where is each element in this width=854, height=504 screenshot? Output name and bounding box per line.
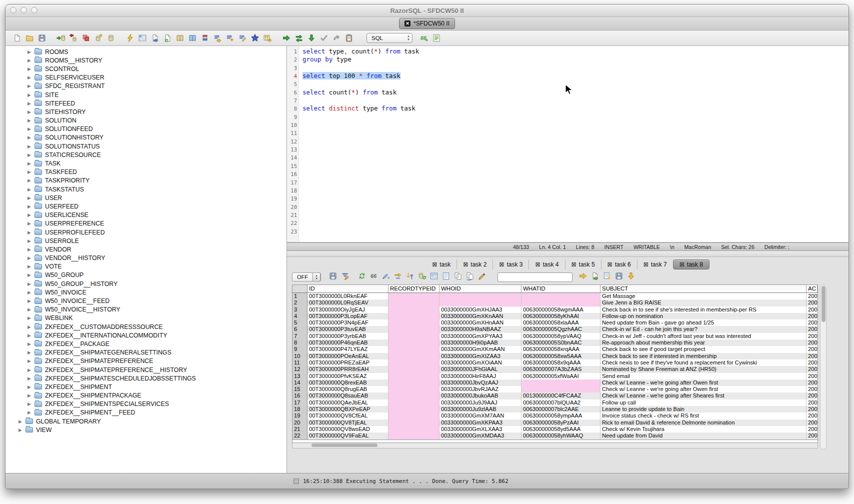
cell-whatid[interactable] — [522, 380, 600, 386]
cell-id[interactable]: 00T3000000QV9FaEAL — [308, 432, 388, 439]
cell-subject[interactable]: Need update from Bain - gave go ahead 1/… — [600, 320, 806, 326]
cell-ac[interactable]: 2006 — [806, 353, 818, 360]
disclosure-triangle-icon[interactable]: ▶ — [26, 118, 32, 123]
cell-whoid[interactable]: 0033000000Ju9zlAAB — [440, 406, 522, 412]
disclosure-triangle-icon[interactable]: ▶ — [26, 110, 32, 114]
cell-whatid[interactable]: 00630000005S0bnAAC — [522, 340, 600, 346]
table-row[interactable]: 900T3000000P47LYEAZ0033000000GmXKmAAN006… — [292, 346, 818, 352]
cell-subject[interactable]: Check back in to see if she's interested… — [600, 306, 806, 313]
editor-horizontal-scrollbar[interactable] — [287, 251, 848, 257]
result-tab-close-icon[interactable]: ⊠ — [499, 262, 504, 268]
cell-ac[interactable]: 2006 — [806, 366, 818, 372]
cell-ac[interactable]: 2006 — [806, 420, 818, 426]
reload-table-icon[interactable] — [418, 274, 426, 282]
cell-recordtypeid[interactable] — [388, 306, 440, 313]
tree-item-w50-invoice[interactable]: ▶W50_INVOICE — [6, 288, 286, 296]
single-record-view-icon[interactable] — [442, 274, 450, 282]
zoom-button[interactable] — [31, 7, 38, 14]
cell-recordtypeid[interactable] — [388, 420, 440, 426]
tree-item-zkfedex-shipmatescheduledjobssettings[interactable]: ▶ZKFEDEX__SHIPMATESCHEDULEDJOBSSETTINGS — [6, 374, 286, 382]
cell-recordtypeid[interactable] — [388, 333, 440, 340]
cell-ac[interactable]: 2006 — [806, 386, 818, 392]
results-vertical-scrollbar[interactable] — [820, 284, 826, 450]
save-icon[interactable] — [38, 34, 46, 42]
table-row[interactable]: 700T3000000P3yrbEAB0033000000GmXPYAA3006… — [292, 333, 818, 340]
cell-recordtypeid[interactable] — [388, 412, 440, 419]
disclosure-triangle-icon[interactable]: ▶ — [17, 428, 24, 432]
cell-whoid[interactable]: 0033000000JbvQzAAJ — [440, 380, 522, 386]
cell-whatid[interactable]: 006300000058x9qAAA — [522, 360, 600, 366]
result-tab-task[interactable]: ⊠task — [426, 260, 456, 270]
cell-id[interactable]: 00T3000000POeAnEAL — [308, 353, 388, 360]
column-header-subject[interactable]: SUBJECT — [600, 285, 806, 292]
cell-recordtypeid[interactable] — [388, 380, 440, 386]
result-tab-close-icon[interactable]: ⊠ — [608, 262, 612, 268]
cell-whoid[interactable]: 0033000000GmXKmAAN — [440, 346, 522, 352]
tree-item-rooms[interactable]: ▶ROOMS — [6, 48, 286, 56]
generate-sql-icon[interactable] — [213, 34, 222, 42]
close-button[interactable] — [10, 7, 16, 14]
edit-sql-icon[interactable] — [238, 34, 247, 42]
cell-ac[interactable]: 2006 — [806, 300, 818, 306]
tree-item-sitefeed[interactable]: ▶SITEFEED — [6, 99, 286, 108]
table-row[interactable]: 300T3000000OiyJgEAJ0033000000GmXHJAA3006… — [292, 306, 818, 313]
cell-whoid[interactable]: 0033000000JbvRJAAZ — [440, 386, 522, 392]
table-row[interactable]: 2100T3000000QV8wsEAD0033000000GmXLXAA300… — [292, 426, 818, 432]
disclosure-triangle-icon[interactable]: ▶ — [26, 212, 32, 218]
cell-whatid[interactable]: 006300000058wgmAAA — [522, 306, 600, 313]
code-line[interactable] — [302, 80, 848, 88]
disclosure-triangle-icon[interactable]: ▶ — [26, 144, 32, 149]
favorites-icon[interactable] — [250, 34, 260, 42]
cell-recordtypeid[interactable] — [388, 366, 440, 372]
cell-whoid[interactable]: 0033000000GmXLXAA3 — [440, 426, 522, 432]
transpose-rows-icon[interactable] — [466, 274, 474, 282]
cell-recordtypeid[interactable] — [388, 373, 440, 380]
tree-item-w50-invoice-feed[interactable]: ▶W50_INVOICE__FEED — [6, 296, 286, 305]
cell-whatid[interactable]: 006300000058xlaAAA — [522, 320, 600, 326]
code-line[interactable] — [302, 96, 848, 104]
cell-subject[interactable]: Check w/ Leanne - we're going after Owen… — [600, 386, 806, 392]
cell-ac[interactable]: 2006 — [806, 340, 818, 346]
disclosure-triangle-icon[interactable]: ▶ — [26, 230, 32, 235]
tree-item-taskfeed[interactable]: ▶TASKFEED — [6, 168, 286, 176]
code-line[interactable]: group by type — [302, 56, 848, 64]
tree-item-zkfedex-package[interactable]: ▶ZKFEDEX__PACKAGE — [6, 340, 286, 348]
disclosure-triangle-icon[interactable]: ▶ — [26, 126, 32, 132]
result-tab-task-7[interactable]: ⊠task 7 — [637, 260, 673, 270]
cell-subject[interactable]: Check w/ Kevin Tsujihara — [600, 426, 806, 432]
cell-ac[interactable]: 2006 — [806, 412, 818, 419]
code-line[interactable] — [302, 162, 848, 170]
tree-item-zkfedex-shipmatepreference-history[interactable]: ▶ZKFEDEX__SHIPMATEPREFERENCE__HISTORY — [6, 366, 286, 374]
cell-whatid[interactable]: 006300000058yKhAAI — [522, 313, 600, 320]
cell-id[interactable]: 00T3000000P3tuvEAB — [308, 326, 388, 332]
disclosure-triangle-icon[interactable]: ▶ — [26, 58, 32, 63]
disclosure-triangle-icon[interactable]: ▶ — [26, 316, 32, 320]
cell-ac[interactable]: 2006 — [806, 333, 818, 340]
tree-item-sitehistory[interactable]: ▶SITEHISTORY — [6, 108, 286, 116]
tree-item-zkfedex-shipmentspecialservices[interactable]: ▶ZKFEDEX__SHIPMENTSPECIALSERVICES — [6, 400, 286, 408]
table-row[interactable]: 1200T3000000PRR8rEAH0033000000JFhGlAAL00… — [292, 366, 818, 372]
code-line[interactable] — [302, 121, 848, 129]
cell-subject[interactable]: Rick to email David & reference Delmonte… — [600, 420, 806, 426]
disclosure-triangle-icon[interactable]: ▶ — [26, 92, 32, 98]
cell-recordtypeid[interactable] — [388, 313, 440, 320]
disclosure-triangle-icon[interactable]: ▶ — [26, 272, 32, 278]
code-line[interactable] — [302, 64, 848, 72]
code-line[interactable]: select distinct type from task — [302, 104, 848, 112]
document-tab[interactable]: ✕ *SFDCW50 II — [399, 18, 455, 29]
cell-ac[interactable]: 2006 — [806, 320, 818, 326]
cell-ac[interactable]: 2006 — [806, 326, 818, 332]
disclosure-triangle-icon[interactable]: ▶ — [26, 384, 32, 390]
copy-rows-icon[interactable] — [454, 274, 462, 282]
table-row[interactable]: 2200T3000000QV9FaEAL0033000000GmXMDAA300… — [292, 432, 818, 439]
cell-id[interactable]: 00T3000000P3yrbEAB — [308, 333, 388, 340]
edit-table-icon[interactable] — [176, 34, 184, 42]
result-tab-task-6[interactable]: ⊠task 6 — [601, 260, 637, 270]
tree-item-taskpriority[interactable]: ▶TASKPRIORITY — [6, 176, 286, 185]
cell-ac[interactable]: 2006 — [806, 392, 818, 399]
cell-whatid[interactable]: 006300000058yPzAAI — [522, 420, 600, 426]
tree-item-vendor-history[interactable]: ▶VENDOR__HISTORY — [6, 254, 286, 262]
disclosure-triangle-icon[interactable]: ▶ — [26, 170, 32, 174]
disclosure-triangle-icon[interactable]: ▶ — [26, 342, 32, 346]
cell-subject[interactable]: Need update from David — [600, 432, 806, 439]
